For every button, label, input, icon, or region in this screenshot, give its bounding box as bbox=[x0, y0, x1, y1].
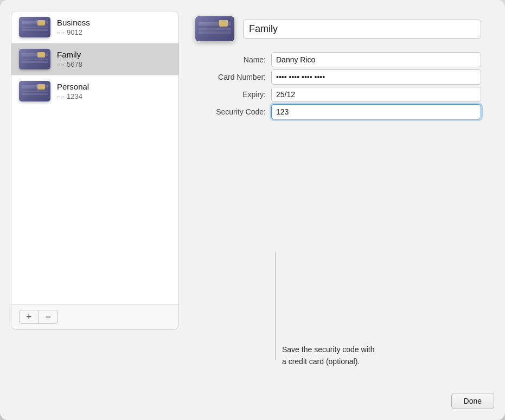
card-number-label: Card Number: bbox=[195, 73, 271, 81]
dialog-content: Business ···· 9012 Family ···· 5678 bbox=[11, 11, 494, 330]
dialog: Business ···· 9012 Family ···· 5678 bbox=[0, 0, 505, 420]
card-thumbnail-family bbox=[19, 49, 50, 69]
card-header bbox=[195, 16, 481, 41]
card-number-input[interactable] bbox=[271, 69, 481, 85]
card-chip-business bbox=[37, 20, 45, 26]
card-large-thumbnail bbox=[195, 16, 234, 41]
done-button-container: Done bbox=[451, 393, 494, 409]
card-chip-personal bbox=[37, 84, 45, 90]
card-number-preview-personal: ···· 1234 bbox=[57, 92, 89, 100]
expiry-label: Expiry: bbox=[195, 90, 271, 99]
card-info-personal: Personal ···· 1234 bbox=[57, 82, 89, 100]
card-info-family: Family ···· 5678 bbox=[57, 50, 82, 68]
right-panel: Name: Card Number: Expiry: Security Code… bbox=[179, 11, 494, 330]
card-large-chip bbox=[219, 20, 228, 27]
card-item-family[interactable]: Family ···· 5678 bbox=[11, 43, 178, 75]
name-input[interactable] bbox=[271, 52, 481, 67]
card-name-business: Business bbox=[57, 18, 90, 27]
bottom-area: Save the security code with a credit car… bbox=[11, 339, 494, 409]
remove-card-button[interactable]: − bbox=[39, 310, 59, 324]
done-button[interactable]: Done bbox=[451, 393, 494, 409]
security-code-row: Security Code: bbox=[195, 104, 481, 119]
security-code-label: Security Code: bbox=[195, 107, 271, 116]
name-label: Name: bbox=[195, 55, 271, 64]
card-item-business[interactable]: Business ···· 9012 bbox=[11, 11, 178, 43]
tooltip-text: Save the security code with a credit car… bbox=[282, 344, 374, 367]
card-number-row: Card Number: bbox=[195, 69, 481, 85]
form-section: Name: Card Number: Expiry: Security Code… bbox=[195, 52, 481, 120]
security-code-input[interactable] bbox=[271, 104, 481, 119]
card-list: Business ···· 9012 Family ···· 5678 bbox=[11, 11, 178, 304]
card-name-family: Family bbox=[57, 50, 82, 59]
name-row: Name: bbox=[195, 52, 481, 67]
expiry-row: Expiry: bbox=[195, 87, 481, 102]
card-item-personal[interactable]: Personal ···· 1234 bbox=[11, 75, 178, 107]
card-chip-family bbox=[37, 52, 45, 58]
tooltip-line bbox=[276, 252, 276, 360]
card-name-personal: Personal bbox=[57, 82, 89, 91]
left-panel-footer: + − bbox=[11, 304, 178, 329]
card-number-preview-business: ···· 9012 bbox=[57, 28, 90, 36]
expiry-input[interactable] bbox=[271, 87, 481, 102]
card-info-business: Business ···· 9012 bbox=[57, 18, 90, 36]
card-number-preview-family: ···· 5678 bbox=[57, 60, 82, 68]
card-thumbnail-business bbox=[19, 17, 50, 37]
left-panel: Business ···· 9012 Family ···· 5678 bbox=[11, 11, 179, 330]
card-title-input[interactable] bbox=[243, 20, 481, 39]
add-card-button[interactable]: + bbox=[19, 310, 39, 324]
card-thumbnail-personal bbox=[19, 81, 50, 101]
